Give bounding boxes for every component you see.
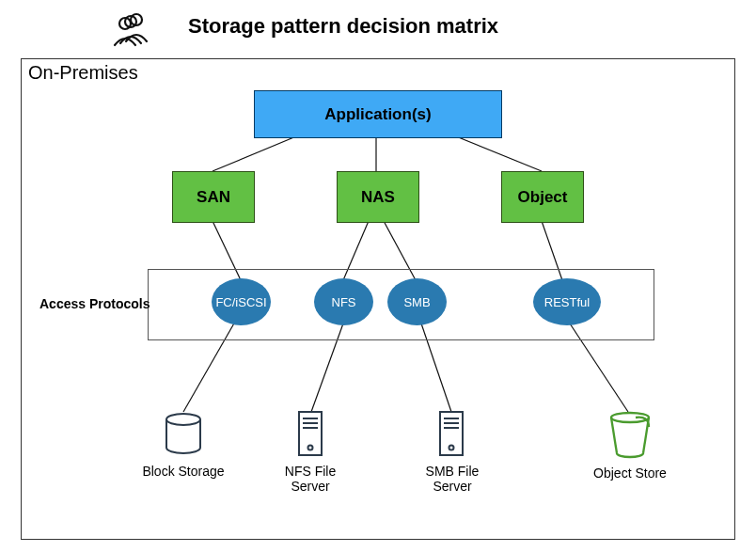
onprem-label: On-Premises — [28, 62, 138, 84]
san-box: SAN — [172, 171, 255, 223]
nfs-server-label: NFS File Server — [268, 464, 353, 494]
object-store-label: Object Store — [588, 465, 672, 481]
block-storage-label: Block Storage — [141, 464, 226, 479]
diagram-title: Storage pattern decision matrix — [188, 14, 498, 39]
nfs-circle: NFS — [314, 278, 373, 325]
smb-circle: SMB — [387, 278, 447, 325]
smb-server-label: SMB File Server — [410, 464, 495, 494]
nas-box: NAS — [337, 171, 419, 223]
object-box: Object — [501, 171, 584, 223]
fc-iscsi-circle: FC/iSCSI — [212, 278, 271, 325]
restful-circle: RESTful — [533, 278, 601, 325]
protocol-label: Access Protocols — [39, 296, 150, 311]
application-box: Application(s) — [254, 90, 502, 138]
